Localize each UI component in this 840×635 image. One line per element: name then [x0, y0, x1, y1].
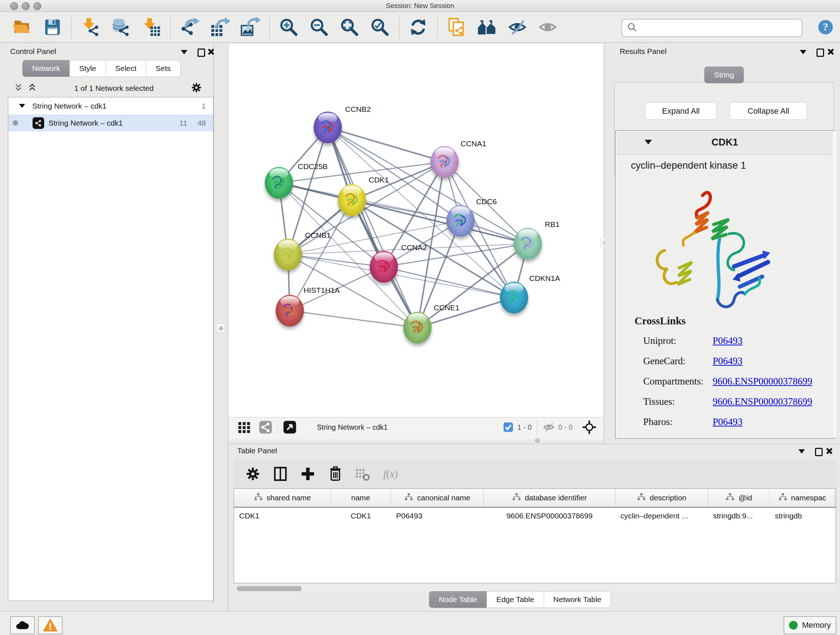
- network-node-cdc25b[interactable]: [265, 167, 293, 199]
- crosslink-link[interactable]: P06493: [713, 335, 743, 347]
- export-network-icon[interactable]: [179, 16, 200, 39]
- zoom-selected-icon[interactable]: [369, 16, 390, 39]
- network-options-gear-icon[interactable]: [190, 81, 202, 95]
- column-header--id[interactable]: @id: [708, 489, 770, 507]
- network-share-icon[interactable]: [259, 420, 272, 434]
- tab-edge-table[interactable]: Edge Table: [486, 591, 544, 608]
- fit-content-crosshair-icon[interactable]: [582, 420, 597, 434]
- panel-menu-icon[interactable]: [181, 50, 187, 54]
- hide-selected-icon[interactable]: [507, 16, 528, 39]
- selected-checkbox-icon[interactable]: [503, 422, 514, 432]
- first-neighbors-icon[interactable]: [477, 16, 497, 39]
- vertical-splitter-grip[interactable]: [216, 324, 225, 333]
- table-cell[interactable]: 9606.ENSP00000378699: [484, 511, 615, 520]
- network-edge[interactable]: [328, 127, 445, 162]
- network-node-cdkn1a[interactable]: [500, 282, 528, 314]
- collection-expander-icon[interactable]: [19, 104, 25, 108]
- protein-card-header[interactable]: CDK1: [616, 132, 833, 155]
- results-scrollbar[interactable]: [832, 131, 837, 437]
- network-collection-row[interactable]: String Network – cdk1 1: [8, 97, 213, 114]
- tab-style[interactable]: Style: [69, 60, 106, 77]
- crosslink-link[interactable]: P06493: [713, 416, 743, 428]
- birds-eye-view-icon[interactable]: [283, 420, 297, 434]
- network-node-ccna2[interactable]: [370, 251, 398, 283]
- collapse-all-button[interactable]: Collapse All: [729, 102, 807, 120]
- show-all-icon[interactable]: [537, 16, 558, 39]
- column-header-namespac[interactable]: namespac: [770, 489, 835, 507]
- column-header-canonical-name[interactable]: canonical name: [391, 489, 484, 507]
- network-edge[interactable]: [417, 298, 514, 328]
- node-table[interactable]: shared namenamecanonical namedatabase id…: [234, 488, 836, 583]
- tab-select[interactable]: Select: [106, 60, 146, 77]
- crosslink-link[interactable]: 9606.ENSP00000378699: [713, 376, 812, 387]
- search-input[interactable]: [640, 24, 799, 33]
- zoom-out-icon[interactable]: [309, 16, 330, 39]
- table-options-gear-icon[interactable]: [244, 465, 262, 483]
- import-table-file-icon[interactable]: [141, 16, 162, 39]
- network-edge[interactable]: [328, 127, 417, 328]
- expand-all-button[interactable]: Expand All: [645, 102, 717, 120]
- delete-column-icon[interactable]: [326, 465, 344, 483]
- table-cell[interactable]: stringdb:9...: [708, 511, 770, 520]
- grid-view-icon[interactable]: [238, 421, 251, 434]
- warnings-button[interactable]: [38, 616, 63, 634]
- column-header-name[interactable]: name: [331, 489, 391, 507]
- add-column-icon[interactable]: [299, 465, 317, 483]
- save-session-icon[interactable]: [42, 16, 63, 39]
- scrollbar-thumb[interactable]: [237, 586, 302, 591]
- help-button[interactable]: ?: [817, 19, 834, 35]
- network-node-cdk1[interactable]: [338, 184, 366, 216]
- expand-all-networks-icon[interactable]: [27, 82, 38, 95]
- column-header-shared-name[interactable]: shared name: [234, 489, 331, 507]
- network-node-ccnb1[interactable]: [274, 239, 302, 271]
- network-node-ccnb2[interactable]: [314, 111, 342, 143]
- apply-layout-icon[interactable]: [408, 16, 429, 39]
- network-node-ccne1[interactable]: [403, 312, 431, 344]
- table-cell[interactable]: cyclin–dependent ...: [615, 511, 708, 520]
- export-table-icon[interactable]: [210, 16, 231, 39]
- table-cell[interactable]: P06493: [391, 511, 484, 520]
- network-row-selected[interactable]: String Network – cdk1 11 48: [8, 114, 213, 131]
- zoom-in-icon[interactable]: [278, 16, 299, 39]
- tab-node-table[interactable]: Node Table: [429, 591, 487, 608]
- collapse-all-networks-icon[interactable]: [13, 82, 24, 95]
- import-network-file-icon[interactable]: [80, 16, 101, 39]
- export-image-icon[interactable]: [240, 16, 261, 39]
- column-header-database-identifier[interactable]: database identifier: [484, 489, 615, 507]
- panel-menu-icon[interactable]: [798, 449, 805, 454]
- new-network-from-selection-icon[interactable]: [446, 16, 467, 39]
- network-edge[interactable]: [384, 267, 514, 298]
- column-header-description[interactable]: description: [615, 489, 708, 507]
- network-edge[interactable]: [290, 310, 417, 328]
- control-panel-title: Control Panel: [10, 47, 56, 56]
- tab-network[interactable]: Network: [22, 60, 70, 77]
- tab-sets[interactable]: Sets: [146, 60, 180, 77]
- cloud-button[interactable]: [10, 616, 35, 634]
- table-row[interactable]: CDK1CDK1P064939606.ENSP00000378699cyclin…: [234, 508, 836, 524]
- tab-string[interactable]: String: [704, 67, 744, 83]
- table-cell[interactable]: CDK1: [234, 511, 331, 520]
- float-panel-icon[interactable]: [197, 49, 205, 57]
- panel-splitter[interactable]: [228, 437, 604, 444]
- float-panel-icon[interactable]: [816, 49, 824, 57]
- memory-button[interactable]: Memory: [783, 616, 836, 634]
- network-node-cdc6[interactable]: [447, 205, 475, 237]
- panel-menu-icon[interactable]: [800, 50, 806, 54]
- float-panel-icon[interactable]: [815, 448, 823, 456]
- tab-network-table[interactable]: Network Table: [544, 591, 611, 608]
- open-session-icon[interactable]: [11, 16, 32, 39]
- close-panel-icon[interactable]: [827, 49, 834, 55]
- crosslink-link[interactable]: P06493: [713, 356, 743, 367]
- table-cell[interactable]: stringdb: [770, 511, 835, 520]
- import-network-database-icon[interactable]: [111, 16, 131, 39]
- network-node-hist1h1a[interactable]: [276, 295, 304, 326]
- zoom-fit-icon[interactable]: [339, 16, 360, 39]
- network-canvas[interactable]: CCNB2 CCNA1 CDC25B CDK1 CDC6 RB1: [228, 44, 604, 417]
- crosslink-link[interactable]: 9606.ENSP00000378699: [713, 396, 812, 407]
- close-panel-icon[interactable]: [208, 49, 214, 55]
- table-cell[interactable]: CDK1: [331, 511, 391, 520]
- network-node-ccna1[interactable]: [431, 146, 459, 178]
- show-columns-icon[interactable]: [271, 465, 289, 483]
- close-panel-icon[interactable]: [826, 448, 832, 454]
- network-node-rb1[interactable]: [514, 228, 542, 260]
